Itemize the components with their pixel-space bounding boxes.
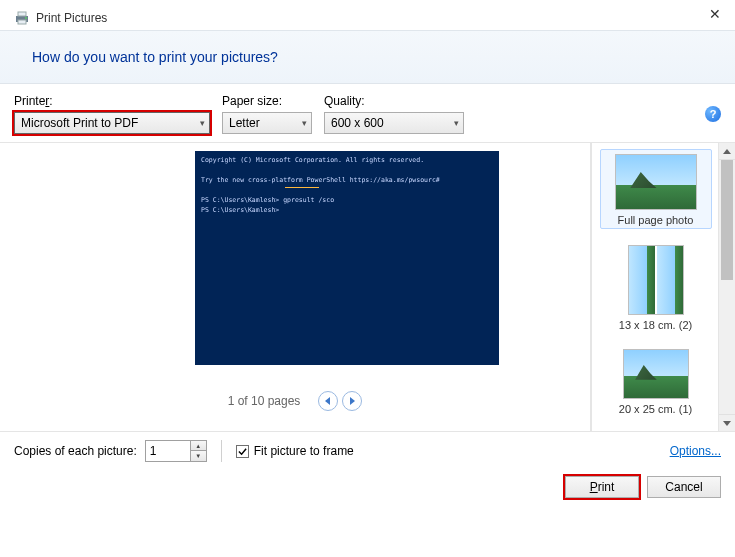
action-row: Print Cancel	[0, 470, 735, 508]
svg-marker-4	[325, 397, 330, 405]
svg-marker-6	[723, 149, 731, 154]
svg-marker-7	[723, 421, 731, 426]
pager-text: 1 of 10 pages	[228, 394, 301, 408]
caret-highlight	[285, 187, 319, 188]
layout-thumb	[623, 349, 689, 399]
copies-input[interactable]	[146, 441, 190, 461]
print-button[interactable]: Print	[565, 476, 639, 498]
scroll-thumb[interactable]	[721, 160, 733, 280]
spinner-up-icon[interactable]: ▲	[191, 441, 206, 451]
chevron-down-icon: ▾	[302, 118, 307, 128]
preview-frame: Copyright (C) Microsoft Corporation. All…	[65, 151, 525, 383]
close-icon[interactable]: ✕	[709, 6, 721, 22]
header-band: How do you want to print your pictures?	[0, 30, 735, 84]
options-link[interactable]: Options...	[670, 444, 721, 458]
fit-frame-checkbox[interactable]: Fit picture to frame	[236, 444, 354, 458]
scrollbar[interactable]	[718, 143, 735, 431]
preview-image: Copyright (C) Microsoft Corporation. All…	[195, 151, 499, 365]
layouts-pane: Full page photo 13 x 18 cm. (2) 20 x 25 …	[591, 143, 719, 431]
layout-13x18[interactable]: 13 x 18 cm. (2)	[600, 241, 712, 333]
options-row: Copies of each picture: ▲ ▼ Fit picture …	[0, 432, 735, 470]
layout-full-page[interactable]: Full page photo	[600, 149, 712, 229]
divider	[221, 440, 222, 462]
svg-marker-5	[350, 397, 355, 405]
paper-select[interactable]: Letter ▾	[222, 112, 312, 134]
paper-value: Letter	[229, 116, 260, 130]
layout-label: 13 x 18 cm. (2)	[619, 319, 692, 331]
fit-frame-label: Fit picture to frame	[254, 444, 354, 458]
paper-label: Paper size:	[222, 94, 312, 108]
cancel-button[interactable]: Cancel	[647, 476, 721, 498]
header-heading: How do you want to print your pictures?	[32, 49, 278, 65]
printer-group: Printer: Microsoft Print to PDF ▾	[14, 94, 210, 134]
layout-thumb	[628, 245, 684, 315]
quality-label: Quality:	[324, 94, 464, 108]
quality-select[interactable]: 600 x 600 ▾	[324, 112, 464, 134]
copies-spinner[interactable]: ▲ ▼	[145, 440, 207, 462]
chevron-down-icon: ▾	[200, 118, 205, 128]
svg-rect-2	[18, 20, 26, 24]
pager-row: 1 of 10 pages	[228, 391, 363, 411]
scroll-down-icon[interactable]	[719, 414, 735, 431]
quality-value: 600 x 600	[331, 116, 384, 130]
layout-20x25[interactable]: 20 x 25 cm. (1)	[600, 345, 712, 417]
chevron-down-icon: ▾	[454, 118, 459, 128]
svg-point-3	[25, 17, 27, 19]
layouts-outer: Full page photo 13 x 18 cm. (2) 20 x 25 …	[590, 143, 735, 431]
layout-thumb	[615, 154, 697, 210]
scroll-up-icon[interactable]	[719, 143, 735, 160]
window-title: Print Pictures	[36, 11, 107, 25]
copies-label: Copies of each picture:	[14, 444, 137, 458]
quality-group: Quality: 600 x 600 ▾	[324, 94, 464, 134]
app-icon	[14, 10, 30, 26]
spinner-down-icon[interactable]: ▼	[191, 451, 206, 461]
printer-label: Printer:	[14, 94, 210, 108]
preview-pane: Copyright (C) Microsoft Corporation. All…	[0, 143, 590, 431]
checkbox-icon	[236, 445, 249, 458]
printer-select[interactable]: Microsoft Print to PDF ▾	[14, 112, 210, 134]
svg-rect-1	[18, 12, 26, 16]
controls-row: Printer: Microsoft Print to PDF ▾ Paper …	[0, 84, 735, 142]
layout-label: 20 x 25 cm. (1)	[619, 403, 692, 415]
title-bar: Print Pictures	[0, 0, 735, 30]
layout-label: Full page photo	[618, 214, 694, 226]
prev-page-button[interactable]	[318, 391, 338, 411]
printer-value: Microsoft Print to PDF	[21, 116, 138, 130]
help-icon[interactable]: ?	[705, 106, 721, 122]
main-area: Copyright (C) Microsoft Corporation. All…	[0, 142, 735, 432]
paper-group: Paper size: Letter ▾	[222, 94, 312, 134]
next-page-button[interactable]	[342, 391, 362, 411]
